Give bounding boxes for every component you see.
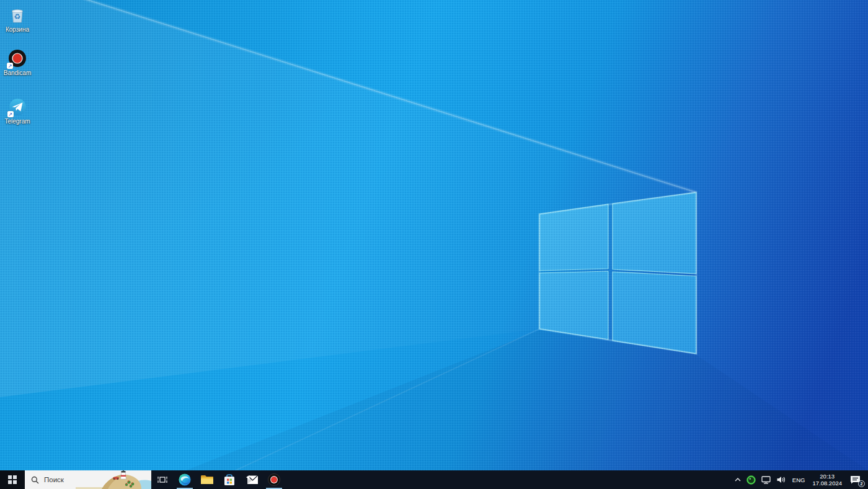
chevron-up-icon: [734, 477, 742, 483]
date: 17.08.2024: [812, 480, 842, 487]
desktop-surface[interactable]: ♻ Корзина ↗ Bandicam: [0, 0, 868, 470]
bandicam-button[interactable]: [263, 470, 285, 489]
show-hidden-icons-button[interactable]: [732, 470, 744, 489]
notification-count-badge: 2: [858, 480, 865, 487]
desktop-icon-bandicam[interactable]: ↗ Bandicam: [1, 48, 33, 76]
shortcut-arrow-icon: ↗: [7, 63, 13, 69]
windows-desktop-screen: ♻ Корзина ↗ Bandicam: [0, 0, 868, 489]
recycle-bin-icon: ♻: [8, 5, 27, 25]
bandicam-record-icon: [746, 475, 756, 485]
edge-button[interactable]: [174, 470, 196, 489]
action-center-button[interactable]: 2: [846, 470, 866, 489]
mail-icon: [246, 475, 259, 485]
file-explorer-button[interactable]: [196, 470, 218, 489]
edge-icon: [178, 473, 192, 487]
windows-start-icon: [8, 475, 17, 484]
task-view-icon: [157, 475, 168, 485]
speaker-icon: [776, 475, 786, 484]
volume-tray-button[interactable]: [774, 470, 789, 489]
time: 20:13: [820, 473, 835, 480]
file-explorer-icon: [200, 474, 214, 485]
start-button[interactable]: [0, 470, 25, 489]
clock[interactable]: 20:13 17.08.2024: [808, 470, 846, 489]
desktop-icon-telegram[interactable]: ↗ Telegram: [1, 97, 33, 125]
language-indicator[interactable]: ENG: [789, 470, 809, 489]
desktop-icon-label: Bandicam: [4, 70, 31, 76]
system-tray: ENG 20:13 17.08.2024 2: [732, 470, 868, 489]
telegram-icon: ↗: [8, 97, 27, 117]
microsoft-store-button[interactable]: [218, 470, 241, 489]
mail-button[interactable]: [241, 470, 263, 489]
microsoft-store-icon: [223, 473, 236, 487]
task-view-button[interactable]: [151, 470, 174, 489]
search-highlight-illustration-icon: [64, 470, 151, 489]
search-icon: [31, 476, 39, 484]
search-input[interactable]: Поиск: [25, 470, 151, 489]
shortcut-arrow-icon: ↗: [7, 111, 14, 117]
network-ethernet-icon: [761, 475, 771, 485]
bandicam-tray-button[interactable]: [744, 470, 758, 489]
taskbar: Поиск: [0, 470, 868, 489]
svg-text:♻: ♻: [14, 12, 21, 21]
lighthouse: [121, 470, 126, 479]
desktop-icon-label: Telegram: [4, 118, 30, 125]
wallpaper: [0, 0, 868, 470]
search-placeholder: Поиск: [44, 476, 64, 483]
desktop-icon-recycle-bin[interactable]: ♻ Корзина: [1, 5, 33, 33]
desktop-icon-label: Корзина: [6, 26, 29, 33]
bandicam-taskbar-icon: [267, 473, 281, 487]
bandicam-icon: ↗: [7, 48, 27, 68]
network-tray-button[interactable]: [758, 470, 774, 489]
